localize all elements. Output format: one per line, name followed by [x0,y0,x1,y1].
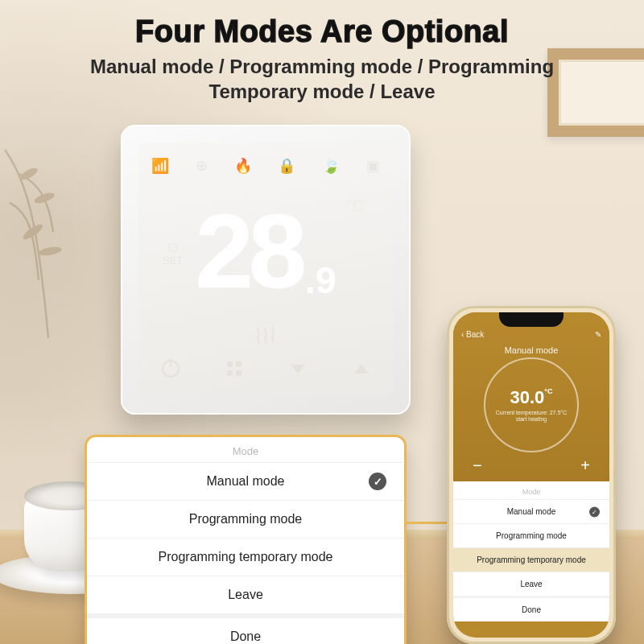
phone-mode-list: Mode Manual mode ✓ Programming mode Prog… [453,481,609,621]
heat-waves-icon [254,326,278,347]
modes-icon [227,361,242,376]
chevron-down-icon [291,365,305,374]
target-icon: ⊕ [196,157,208,175]
phone-notch [499,312,564,327]
power-icon [162,360,180,378]
check-icon: ✓ [369,473,386,490]
phone-mockup: ‹ Back ✎ Manual mode 30.0°C Current temp… [447,306,616,644]
mode-option-manual[interactable]: Manual mode ✓ [87,462,404,500]
mode-option-programming[interactable]: Programming mode [87,500,404,538]
nav-back-button[interactable]: ‹ Back [461,330,484,339]
window-icon: ▣ [366,157,380,175]
flame-icon: 🔥 [234,157,252,175]
headline-subtitle: Manual mode / Programming mode / Program… [0,54,644,104]
phone-mode-programming[interactable]: Programming mode [453,523,609,547]
phone-mode-programming-temporary[interactable]: Programming temporary mode [453,547,609,572]
phone-done-button[interactable]: Done [453,596,609,621]
nav-edit-button[interactable]: ✎ [595,330,601,339]
temperature-unit: °C [346,197,364,216]
face-icon: ☺ [163,239,183,255]
temperature-dial[interactable]: 30.0°C Current temperature: 27.5°Cstart … [484,357,579,452]
temp-down-button[interactable] [284,355,312,382]
power-button[interactable] [157,355,184,382]
dial-subtext: Current temperature: 27.5°Cstart heating [496,410,567,423]
mode-option-programming-temporary[interactable]: Programming temporary mode [87,538,404,576]
dial-temperature: 30.0°C [510,387,553,408]
thermostat-status-icons: 📶 ⊕ 🔥 🔒 🍃 ▣ [138,157,393,175]
lock-icon: 🔒 [278,157,295,175]
temp-minus-button[interactable]: − [473,456,482,475]
phone-list-header: Mode [453,481,609,499]
wifi-icon: 📶 [151,157,169,175]
modes-button[interactable] [221,355,248,382]
svg-point-3 [38,246,62,257]
temperature-decimal: .9 [305,258,336,302]
mode-option-leave[interactable]: Leave [87,576,404,613]
mode-selector-popup: Mode Manual mode ✓ Programming mode Prog… [85,435,407,644]
mode-popup-header: Mode [87,437,404,462]
temp-plus-button[interactable]: + [580,456,590,475]
headline-title: Four Modes Are Optional [0,14,644,49]
phone-current-mode: Manual mode [453,345,609,355]
check-icon: ✓ [589,506,600,517]
mode-done-button[interactable]: Done [87,613,404,644]
temperature-integer: 28 [196,199,303,303]
set-indicator: ☺ SET [163,239,183,266]
phone-mode-leave[interactable]: Leave [453,572,609,596]
svg-point-1 [33,191,56,205]
chevron-up-icon [354,365,369,374]
temp-up-button[interactable] [348,355,375,382]
leaf-icon: 🍃 [322,157,340,175]
plant-twig [0,145,97,338]
thermostat-device: 📶 ⊕ 🔥 🔒 🍃 ▣ ☺ SET 28 .9 °C [121,125,411,415]
phone-mode-manual[interactable]: Manual mode ✓ [453,499,609,523]
